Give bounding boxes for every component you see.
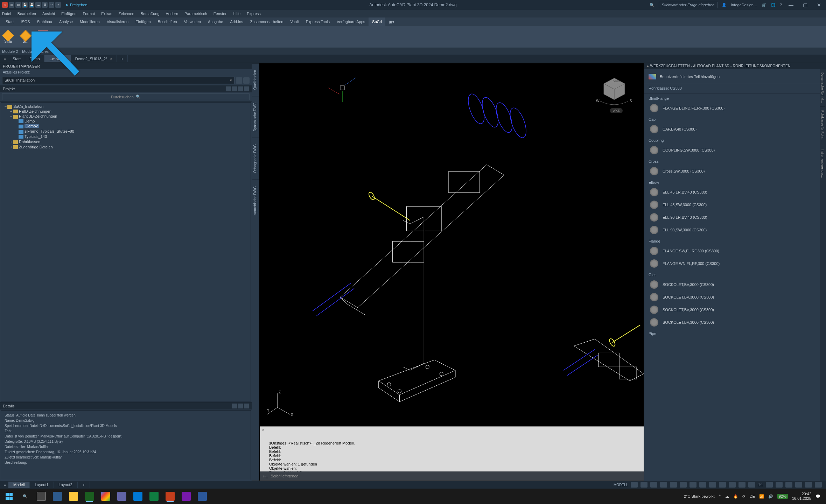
3dosnap-icon[interactable] bbox=[719, 482, 726, 488]
ribbon-tab-visualisieren[interactable]: Visualisieren bbox=[103, 18, 132, 26]
close-icon[interactable]: × bbox=[110, 57, 112, 61]
layout-tab[interactable]: Modell bbox=[8, 482, 30, 488]
palette-item[interactable]: SOCKOLET,BV,3000 (CS300) bbox=[644, 278, 820, 291]
tree-node[interactable]: −Plant 3D-Zeichnungen DemoDemo2siFramo_T… bbox=[9, 114, 248, 139]
ribbon-tab-beschriften[interactable]: Beschriften bbox=[154, 18, 181, 26]
qat-saveas-icon[interactable]: 💾 bbox=[29, 2, 34, 8]
workspace-icon[interactable] bbox=[738, 482, 746, 488]
menu-hilfe[interactable]: Hilfe bbox=[233, 12, 240, 16]
start-button[interactable] bbox=[2, 491, 16, 502]
transparency-icon[interactable] bbox=[699, 482, 706, 488]
ribbon-manager-button[interactable]: …ager bbox=[38, 30, 48, 43]
palette-item[interactable]: CAP,BV,40 (CS300) bbox=[644, 123, 820, 135]
cycle-icon[interactable] bbox=[709, 482, 716, 488]
taskbar-app[interactable] bbox=[147, 491, 161, 502]
user-icon[interactable]: 👤 bbox=[722, 3, 727, 7]
layout-tab[interactable]: Layout1 bbox=[30, 482, 54, 488]
customize-icon[interactable] bbox=[815, 482, 822, 488]
new-layout-button[interactable]: + bbox=[78, 482, 90, 488]
weather-widget[interactable]: 2°C Stark bewölkt bbox=[684, 494, 715, 498]
menu-icon[interactable]: ≡ bbox=[1, 483, 8, 487]
viewport-side-tab[interactable]: Dynamische DWG bbox=[252, 96, 259, 138]
palette-item[interactable]: SOCKOLET,BV,3000 (CS300) bbox=[644, 303, 820, 316]
ribbon-tab-verwalten[interactable]: Verwalten bbox=[181, 18, 204, 26]
viewport-side-tab[interactable]: Isometrische DWG bbox=[252, 180, 259, 222]
module-tab[interactable]: Module 2 bbox=[2, 49, 18, 54]
tray-volume-icon[interactable]: 🔊 bbox=[768, 494, 773, 499]
tree-leaf[interactable]: siFramo_Typicals_StützeF80 bbox=[15, 129, 248, 134]
qat-print-icon[interactable]: 🖶 bbox=[42, 2, 48, 8]
palette-item[interactable]: ELL 45,SW,3000 (CS300) bbox=[644, 198, 820, 211]
tool-icon[interactable] bbox=[244, 86, 249, 91]
palette-item[interactable]: Cross,SW,3000 (CS300) bbox=[644, 165, 820, 177]
anno-icon[interactable] bbox=[748, 482, 755, 488]
tree-node[interactable]: +P&ID-Zeichnungen bbox=[9, 109, 248, 114]
module-tab[interactable]: …es bbox=[41, 49, 49, 54]
viewport-side-tab[interactable]: Orthogonale DWG bbox=[252, 138, 259, 179]
palette-vtab[interactable]: Rohrklasse für Rohr… bbox=[820, 107, 825, 145]
new-tab-button[interactable]: + bbox=[117, 55, 128, 62]
menu-fenster[interactable]: Fenster bbox=[214, 12, 226, 16]
palette-item[interactable]: ELL 90 LR,BV,40 (CS300) bbox=[644, 211, 820, 224]
project-search-input[interactable]: Durchsuchen🔍 bbox=[2, 93, 250, 100]
ribbon-tab-einfügen[interactable]: Einfügen bbox=[132, 18, 154, 26]
palette-item[interactable]: SOCKOLET,BV,3000 (CS300) bbox=[644, 316, 820, 329]
ribbon-tab-verfügbare-apps[interactable]: Verfügbare Apps bbox=[333, 18, 369, 26]
plus-icon[interactable] bbox=[776, 482, 783, 488]
palette-item[interactable]: ELL 90,SW,3000 (CS300) bbox=[644, 224, 820, 236]
tray-flame-icon[interactable]: 🔥 bbox=[733, 494, 738, 499]
qat-open-icon[interactable]: ▤ bbox=[15, 2, 21, 8]
menu-zeichnen[interactable]: Zeichnen bbox=[118, 12, 134, 16]
project-combo[interactable]: SuCri_Installation▾ bbox=[2, 77, 234, 84]
menu-format[interactable]: Format bbox=[83, 12, 95, 16]
add-custom-part-button[interactable]: Benutzerdefiniertes Teil hinzufügen bbox=[644, 70, 820, 83]
tray-wifi-icon[interactable]: 📶 bbox=[759, 494, 764, 499]
tray-chevron-icon[interactable]: ˄ bbox=[719, 494, 721, 499]
menu-extras[interactable]: Extras bbox=[101, 12, 112, 16]
maximize-button[interactable]: ▢ bbox=[800, 2, 810, 8]
menu-ansicht[interactable]: Ansicht bbox=[42, 12, 55, 16]
globe-icon[interactable]: 🌐 bbox=[771, 3, 776, 7]
menu-parametrisch[interactable]: Parametrisch bbox=[184, 12, 207, 16]
doc-tab[interactable]: Demo2_SU013_2*× bbox=[71, 55, 117, 62]
layout-tab[interactable]: Layout2 bbox=[54, 482, 78, 488]
project-tree[interactable]: −SuCri_Installation +P&ID-Zeichnungen −P… bbox=[1, 102, 251, 401]
osnap-icon[interactable] bbox=[670, 482, 677, 488]
ribbon-tab-zusammenarbeiten[interactable]: Zusammenarbeiten bbox=[247, 18, 287, 26]
tool-icon[interactable] bbox=[232, 404, 237, 408]
track-icon[interactable] bbox=[680, 482, 687, 488]
tray-clock[interactable]: 20:42 16.01.2025 bbox=[792, 492, 811, 501]
ortho-icon[interactable] bbox=[650, 482, 657, 488]
hardware-icon[interactable] bbox=[805, 482, 812, 488]
ribbon-tab-add-ins[interactable]: Add-ins bbox=[226, 18, 246, 26]
menu-datei[interactable]: Datei bbox=[2, 12, 11, 16]
view-cube[interactable]: OBEN W S bbox=[593, 69, 635, 111]
qat-cloud-icon[interactable]: ☁ bbox=[35, 2, 41, 8]
palette-vtab[interactable]: Instrumentierungsr… bbox=[820, 145, 825, 182]
tree-leaf[interactable]: Demo2 bbox=[15, 124, 248, 129]
ribbon-expand-icon[interactable]: ▣▾ bbox=[385, 18, 398, 26]
menu-einfügen[interactable]: Einfügen bbox=[61, 12, 76, 16]
task-view-icon[interactable] bbox=[34, 491, 48, 502]
tool-icon[interactable] bbox=[244, 404, 249, 408]
taskbar-app[interactable] bbox=[99, 491, 113, 502]
tree-leaf[interactable]: Demo bbox=[15, 119, 248, 124]
palette-item[interactable]: SOCKOLET,BV,3000 (CS300) bbox=[644, 291, 820, 303]
cart-icon[interactable]: 🛒 bbox=[762, 3, 766, 7]
qat-save-icon[interactable]: 💾 bbox=[22, 2, 28, 8]
share-button[interactable]: ➤ Freigeben bbox=[65, 3, 88, 7]
ribbon-sikla-button[interactable]: Sikla bbox=[3, 30, 13, 43]
user-name[interactable]: IntegaDesign… bbox=[731, 3, 757, 7]
module-tab[interactable]: Modul… bbox=[22, 49, 36, 54]
doc-tab[interactable]: …mo2*× bbox=[44, 55, 71, 62]
tree-node[interactable]: +Rohrklassen bbox=[9, 139, 248, 145]
taskbar-app[interactable] bbox=[66, 491, 80, 502]
tray-sync-icon[interactable]: ⟳ bbox=[742, 494, 746, 499]
doc-tab[interactable]: Demo bbox=[25, 55, 44, 62]
taskbar-app[interactable] bbox=[195, 491, 209, 502]
close-icon[interactable]: × bbox=[261, 428, 266, 432]
taskbar-app[interactable] bbox=[131, 491, 145, 502]
doc-tab[interactable]: Start bbox=[8, 55, 25, 62]
qat-new-icon[interactable]: ▥ bbox=[9, 2, 14, 8]
close-button[interactable]: ✕ bbox=[814, 2, 824, 8]
